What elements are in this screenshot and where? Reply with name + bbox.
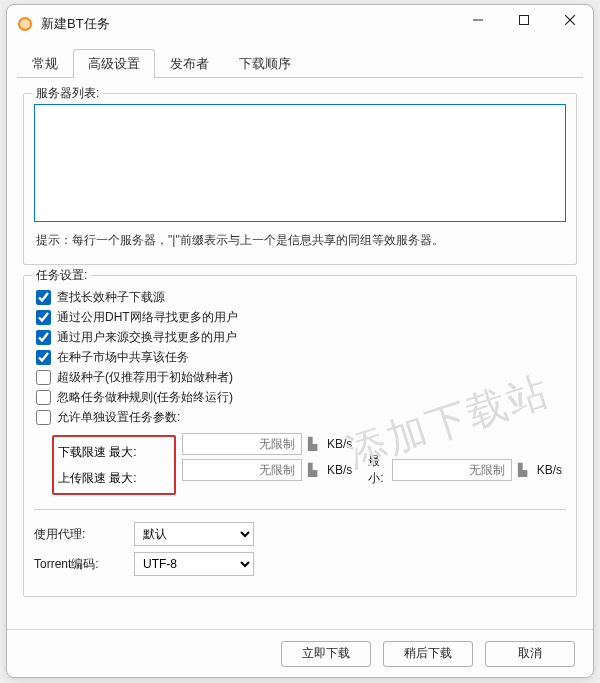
proxy-select[interactable]: 默认 [134, 522, 254, 546]
tab-general[interactable]: 常规 [17, 49, 73, 78]
download-later-button[interactable]: 稍后下载 [383, 641, 473, 667]
tab-download-order[interactable]: 下载顺序 [224, 49, 306, 78]
chk-label: 通过用户来源交换寻找更多的用户 [57, 329, 237, 346]
tab-publisher[interactable]: 发布者 [155, 49, 224, 78]
cancel-button[interactable]: 取消 [485, 641, 575, 667]
encoding-label: Torrent编码: [34, 556, 134, 573]
chk-long-seed[interactable] [36, 290, 51, 305]
chk-label: 超级种子(仅推荐用于初始做种者) [57, 369, 233, 386]
spinner-icon[interactable]: ▙ [308, 463, 317, 477]
upload-limit-label: 上传限速 最大: [58, 470, 170, 487]
kbs-label: KB/s [327, 437, 352, 451]
chk-label: 通过公用DHT网络寻找更多的用户 [57, 309, 238, 326]
spinner-icon[interactable]: ▙ [518, 463, 527, 477]
chk-peer-exchange[interactable] [36, 330, 51, 345]
chk-label: 查找长效种子下载源 [57, 289, 165, 306]
close-button[interactable] [547, 5, 593, 35]
app-icon [17, 16, 33, 32]
proxy-label: 使用代理: [34, 526, 134, 543]
svg-rect-3 [520, 16, 529, 25]
chk-allow-params[interactable] [36, 410, 51, 425]
svg-point-1 [20, 19, 30, 29]
download-now-button[interactable]: 立即下载 [281, 641, 371, 667]
kbs-label: KB/s [327, 463, 352, 477]
chk-label: 允许单独设置任务参数: [57, 409, 180, 426]
dialog-footer: 立即下载 稍后下载 取消 [7, 629, 593, 677]
upload-max-input[interactable] [182, 459, 302, 481]
tab-advanced[interactable]: 高级设置 [73, 49, 155, 78]
titlebar: 新建BT任务 [7, 5, 593, 43]
server-list-group: 服务器列表: 提示：每行一个服务器，"|"前缀表示与上一个是信息共享的同组等效服… [23, 93, 577, 265]
chk-ignore-seed-rules[interactable] [36, 390, 51, 405]
window-title: 新建BT任务 [41, 15, 455, 33]
speed-limit-highlight: 下载限速 最大: 上传限速 最大: [52, 435, 176, 495]
encoding-select[interactable]: UTF-8 [134, 552, 254, 576]
upload-min-label: 最小: [368, 453, 385, 487]
chk-label: 在种子市场中共享该任务 [57, 349, 189, 366]
chk-label: 忽略任务做种规则(任务始终运行) [57, 389, 233, 406]
chk-share-market[interactable] [36, 350, 51, 365]
download-limit-label: 下载限速 最大: [58, 444, 170, 461]
download-max-input[interactable] [182, 433, 302, 455]
minimize-button[interactable] [455, 5, 501, 35]
server-list-legend: 服务器列表: [32, 85, 103, 102]
chk-super-seed[interactable] [36, 370, 51, 385]
maximize-button[interactable] [501, 5, 547, 35]
tab-bar: 常规 高级设置 发布者 下载顺序 [7, 43, 593, 78]
task-settings-legend: 任务设置: [32, 267, 91, 284]
server-list-hint: 提示：每行一个服务器，"|"前缀表示与上一个是信息共享的同组等效服务器。 [34, 225, 566, 254]
chk-dht[interactable] [36, 310, 51, 325]
task-settings-group: 任务设置: 查找长效种子下载源 通过公用DHT网络寻找更多的用户 通过用户来源交… [23, 275, 577, 597]
spinner-icon[interactable]: ▙ [308, 437, 317, 451]
server-list-input[interactable] [34, 104, 566, 222]
kbs-label: KB/s [537, 463, 562, 477]
upload-min-input[interactable] [392, 459, 512, 481]
